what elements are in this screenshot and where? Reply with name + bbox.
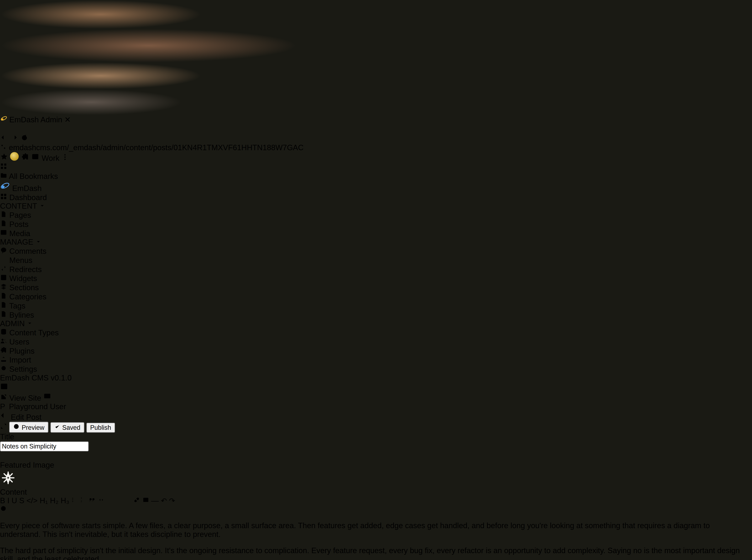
wallpaper xyxy=(0,0,752,560)
desktop: EmDash Admin ✕ emdashcms.com/_emdash/adm… xyxy=(0,0,752,560)
